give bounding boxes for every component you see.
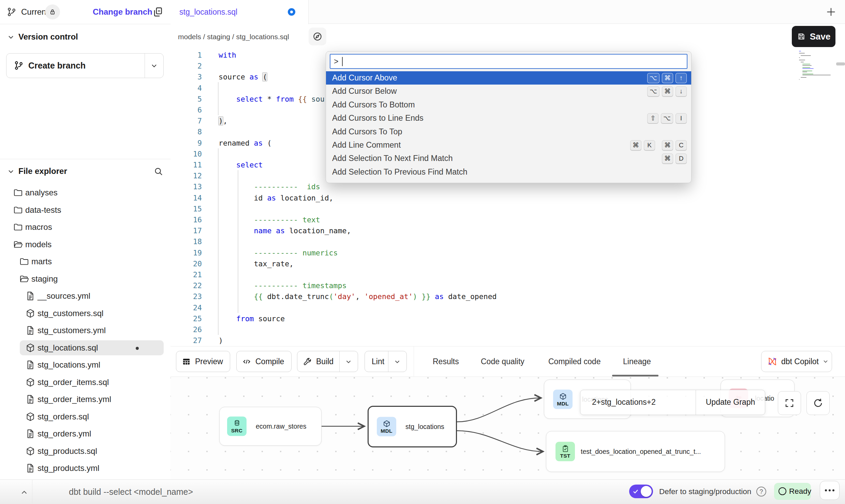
refresh-button[interactable] (806, 391, 830, 415)
tab-title: stg_locations.sql (179, 0, 237, 24)
code-text: tax_rate, (219, 258, 294, 269)
code-line[interactable]: 15 (171, 203, 845, 214)
line-number: 7 (171, 115, 202, 127)
tab-compiled-code[interactable]: Compiled code (548, 346, 601, 376)
help-icon[interactable]: ? (756, 487, 766, 496)
minimap-line (802, 68, 814, 69)
compile-button[interactable]: Compile (236, 351, 292, 372)
divider (388, 351, 388, 372)
chevron-down-icon[interactable] (394, 358, 401, 366)
command-item[interactable]: Add Cursors to Line Ends⇧⌥I (326, 112, 691, 125)
code-line[interactable]: 16 ---------- text (171, 214, 845, 225)
file-tree-item[interactable]: stg_locations.sql (0, 339, 171, 357)
status-badge-ready[interactable]: Ready (774, 483, 811, 500)
more-options-button[interactable] (820, 481, 840, 500)
command-item[interactable]: Add Cursors To Bottom (326, 98, 691, 112)
file-tree-item[interactable]: stg_locations.yml (0, 356, 171, 374)
defer-toggle[interactable] (629, 485, 653, 498)
breadcrumb-bar: models / staging / stg_locations.sql Sav… (171, 24, 845, 49)
file-tree-item[interactable]: models (0, 236, 171, 253)
key-chip: ⌘ (630, 140, 641, 150)
tab-results[interactable]: Results (433, 346, 459, 376)
create-branch-button[interactable]: Create branch (6, 53, 164, 78)
tab-code-quality[interactable]: Code quality (481, 346, 524, 376)
code-line[interactable]: 25 from source (171, 313, 845, 324)
line-number: 15 (171, 203, 202, 214)
version-control-section-header[interactable]: Version control (0, 29, 171, 44)
file-tree-item[interactable]: stg_customers.sql (0, 305, 171, 322)
file-tree-item[interactable]: stg_order_items.yml (0, 391, 171, 408)
line-number: 1 (171, 49, 202, 61)
code-line[interactable]: 24 (171, 302, 845, 313)
code-line[interactable]: 19 ---------- numerics (171, 247, 845, 258)
file-tree-item[interactable]: macros (0, 219, 171, 236)
code-line[interactable]: 14 id as location_id, (171, 192, 845, 204)
file-tree-item[interactable]: data-tests (0, 202, 171, 219)
lineage-node-test[interactable]: TST test_does_location_opened_at_trunc_t… (546, 431, 725, 472)
search-icon[interactable] (153, 166, 164, 177)
line-number: 14 (171, 192, 202, 204)
code-line[interactable]: 26 (171, 324, 845, 335)
chevron-down-icon[interactable] (150, 62, 158, 70)
file-tree-item[interactable]: marts (0, 253, 171, 270)
file-tree: analysesdata-testsmacrosmodelsmartsstagi… (0, 184, 171, 477)
lint-button[interactable]: Lint (365, 351, 407, 372)
code-line[interactable]: 18 (171, 236, 845, 247)
code-line[interactable]: 23 {{ dbt.date_trunc('day', 'opened_at')… (171, 291, 845, 302)
file-name: stg_customers.yml (38, 322, 106, 339)
chevron-down-icon[interactable] (345, 358, 352, 366)
command-item[interactable]: Add Selection To Previous Find Match (326, 165, 691, 179)
file-tree-item[interactable]: stg_orders.yml (0, 425, 171, 443)
change-branch-link[interactable]: Change branch (93, 0, 152, 24)
update-graph-button[interactable]: Update Graph (696, 390, 765, 415)
command-palette-input[interactable]: > (330, 54, 687, 69)
file-tree-item[interactable]: __sources.yml (0, 287, 171, 305)
chevron-up-icon[interactable] (20, 488, 29, 497)
lineage-node-source[interactable]: SRC ecom.raw_stores (219, 407, 322, 446)
preview-button[interactable]: Preview (176, 351, 230, 372)
copy-icon[interactable] (152, 6, 164, 18)
scrollbar-thumb[interactable] (836, 62, 845, 65)
command-item[interactable]: Add Cursor Above⌥⌘↑ (326, 71, 691, 85)
file-tree-item[interactable]: stg_orders.sql (0, 408, 171, 426)
code-line[interactable]: 21 (171, 269, 845, 280)
save-button[interactable]: Save (792, 26, 835, 47)
code-text: ---------- text (219, 214, 320, 225)
file-tree-item[interactable]: staging (0, 270, 171, 288)
command-input[interactable]: dbt build --select <model_name> (69, 480, 193, 504)
file-tree-item[interactable]: stg_customers.yml (0, 322, 171, 339)
fullscreen-button[interactable] (778, 391, 801, 415)
tab-stg-locations[interactable]: stg_locations.sql (171, 0, 309, 24)
file-explorer-section-header[interactable]: File explorer (0, 164, 171, 179)
command-label: Add Selection To Previous Find Match (332, 165, 468, 179)
command-item[interactable]: Add Cursor Below⌥⌘↓ (326, 85, 691, 98)
code-line[interactable]: 20 tax_rate, (171, 258, 845, 269)
line-number: 24 (171, 302, 202, 313)
lineage-selector-input[interactable]: 2+stg_locations+2 (580, 390, 696, 415)
cube-icon (383, 420, 391, 428)
command-item[interactable]: Add Selection To Next Find Match⌘D (326, 152, 691, 165)
tab-lineage[interactable]: Lineage (623, 346, 651, 376)
file-tree-item[interactable]: stg_products.yml (0, 460, 171, 477)
file-name: __sources.yml (38, 287, 90, 305)
folder-icon (19, 256, 29, 267)
new-tab-plus-icon[interactable] (825, 6, 837, 18)
code-line[interactable]: 17 name as location_name, (171, 225, 845, 236)
code-line[interactable]: 27) (171, 335, 845, 346)
defer-label: Defer to staging/production (659, 479, 751, 504)
key-chip: ↓ (676, 86, 687, 97)
preview-label: Preview (195, 357, 223, 366)
command-item[interactable]: Add Line Comment⌘K⌘C (326, 138, 691, 152)
explore-compass-button[interactable] (309, 28, 326, 45)
minimap-line (802, 64, 810, 64)
file-tree-item[interactable]: stg_order_items.sql (0, 374, 171, 391)
dbt-copilot-button[interactable]: dbt Copilot (761, 351, 832, 372)
build-button[interactable]: Build (297, 351, 358, 372)
lineage-node-stg-locations[interactable]: MDL stg_locations (368, 406, 457, 447)
file-tree-item[interactable]: analyses (0, 184, 171, 202)
minimap[interactable] (797, 50, 835, 84)
lineage-canvas[interactable]: SRC ecom.raw_stores MDL stg_locations MD… (171, 377, 845, 479)
file-tree-item[interactable]: stg_products.sql (0, 443, 171, 460)
command-item[interactable]: Add Cursors To Top (326, 125, 691, 138)
code-line[interactable]: 22 ---------- timestamps (171, 280, 845, 291)
